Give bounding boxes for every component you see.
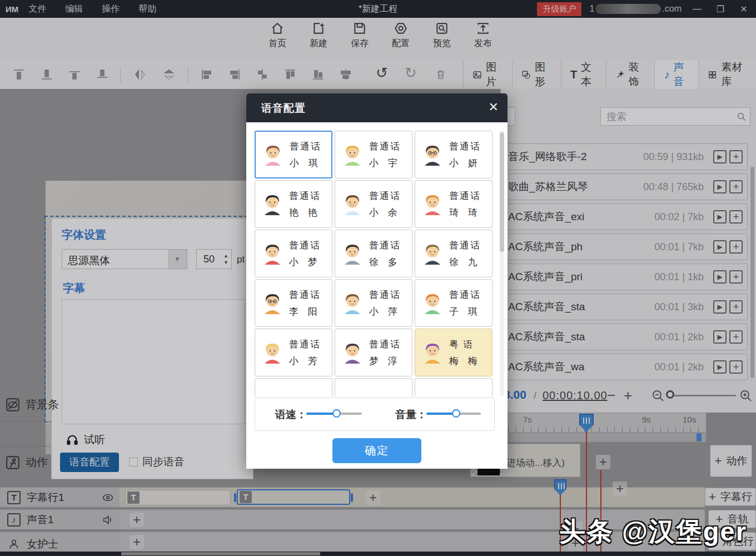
align-center-h-icon[interactable] <box>256 68 269 81</box>
chevron-down-icon[interactable]: ▼ <box>168 250 187 269</box>
maximize-button[interactable]: ❐ <box>713 4 728 14</box>
voice-card[interactable]: 普通话 小 萍 <box>335 279 412 327</box>
audio-list-item[interactable]: 歌曲_苏格兰风琴 00:48 | 765kb ▶ + <box>503 173 748 200</box>
tab-text[interactable]: T 文本 <box>561 60 606 89</box>
volume-slider[interactable] <box>426 413 481 415</box>
align-bottom-icon[interactable] <box>40 68 53 81</box>
voice-card[interactable]: 普通话 徐 九 <box>415 230 493 277</box>
total-time[interactable]: 00:00:10.00 <box>543 389 608 402</box>
listen-button[interactable]: 试听 <box>66 433 105 447</box>
background-bar-row[interactable]: 背景条 <box>6 397 59 412</box>
add-audio-button[interactable]: + <box>729 210 743 224</box>
voice-card[interactable]: 普通话 小 余 <box>335 180 412 228</box>
confirm-button[interactable]: 确定 <box>332 438 421 463</box>
sound-track-header[interactable]: ♪ 声音1 <box>0 509 120 529</box>
add-clip-button[interactable]: + <box>613 481 627 496</box>
tab-shape[interactable]: 图形 <box>512 60 561 89</box>
voice-scrollbar-thumb[interactable] <box>500 132 504 252</box>
align-top-icon[interactable] <box>12 68 26 81</box>
play-audio-button[interactable]: ▶ <box>713 150 727 163</box>
voice-card[interactable]: 普通话 小 宇 <box>335 131 412 178</box>
redo-button[interactable]: ↻ <box>405 64 417 82</box>
voice-card[interactable]: 普通话 小 芳 <box>255 329 332 376</box>
speed-slider-handle[interactable] <box>332 409 341 418</box>
save-button[interactable]: 保存 <box>339 21 380 49</box>
add-subtitle-track-button[interactable]: +字幕行 <box>705 488 756 506</box>
range-end-marker[interactable] <box>697 433 702 441</box>
voice-card[interactable]: 普通话 徐 多 <box>335 230 412 277</box>
distribute-bottom-icon[interactable] <box>311 68 325 81</box>
subtitle-track-header[interactable]: T 字幕行1 <box>0 487 120 507</box>
voice-card-partial[interactable] <box>415 378 493 396</box>
tab-image[interactable]: 图片 <box>463 60 512 89</box>
font-family-select[interactable]: 思源黑体 ▼ <box>62 249 187 269</box>
voice-card[interactable]: 普通话 小 琪 <box>255 131 332 178</box>
close-button[interactable]: ✕ <box>736 4 752 14</box>
voice-card[interactable]: 普通话 琦 琦 <box>415 180 493 228</box>
speaker-icon[interactable] <box>102 515 114 525</box>
audio-list-item[interactable]: AC系统声音_sta 00:01 | 2kb ▶ + <box>503 324 748 350</box>
menu-help[interactable]: 帮助 <box>138 3 156 15</box>
add-action-track-button[interactable]: +动作 <box>710 445 752 477</box>
audio-list-item[interactable]: AC系统声音_ph 00:01 | 7kb ▶ + <box>503 234 748 260</box>
subtitle-textarea[interactable] <box>62 299 245 424</box>
add-subtitle-clip-button[interactable]: + <box>366 490 380 505</box>
add-character-clip-button[interactable]: + <box>130 535 144 549</box>
home-button[interactable]: 首页 <box>257 21 298 49</box>
voice-card[interactable]: 普通话 李 阳 <box>255 279 332 327</box>
zoom-out-icon[interactable] <box>651 389 665 403</box>
audio-list-item[interactable]: AC系统声音_sta 00:01 | 3kb ▶ + <box>503 294 748 320</box>
distribute-top-icon[interactable] <box>284 68 297 81</box>
play-audio-button[interactable]: ▶ <box>713 180 727 193</box>
align-right-icon[interactable] <box>228 68 241 81</box>
add-sound-clip-button[interactable]: + <box>130 513 144 527</box>
subtitle-clip-selected[interactable]: T <box>237 489 350 505</box>
voice-card[interactable]: 普通话 梦 淳 <box>335 329 412 376</box>
zoom-in-icon[interactable] <box>739 389 753 403</box>
voice-card[interactable]: 粤 语 梅 梅 <box>415 329 493 376</box>
close-icon[interactable]: ✕ <box>489 100 499 115</box>
search-box[interactable] <box>600 107 750 126</box>
subtitle-clip[interactable]: T <box>125 490 231 505</box>
add-audio-button[interactable]: + <box>729 270 743 284</box>
timeline-zoom-slider[interactable] <box>670 395 736 396</box>
align-middle2-icon[interactable] <box>96 68 109 81</box>
align-middle-icon[interactable] <box>68 68 81 81</box>
undo-button[interactable]: ↺ <box>376 64 388 82</box>
flip-vertical-icon[interactable] <box>162 68 176 81</box>
menu-operate[interactable]: 操作 <box>102 3 120 15</box>
increase-duration-button[interactable]: + <box>624 387 632 404</box>
timeline-ruler[interactable]: 7s 9s 10s <box>500 413 706 433</box>
play-audio-button[interactable]: ▶ <box>713 360 727 374</box>
eye-icon[interactable] <box>102 493 114 503</box>
voice-card-partial[interactable] <box>255 378 332 396</box>
audio-list-item[interactable]: 音乐_网络歌手-2 00:59 | 931kb ▶ + <box>503 143 748 170</box>
search-input[interactable] <box>605 110 730 125</box>
action-row[interactable]: 动作 <box>6 455 48 470</box>
voice-card[interactable]: 普通话 艳 艳 <box>255 180 332 228</box>
voice-card-partial[interactable] <box>335 378 412 396</box>
delete-button[interactable] <box>435 68 448 81</box>
minimize-button[interactable]: — <box>689 4 705 14</box>
font-size-stepper[interactable]: 50 ▲ ▼ <box>196 249 232 269</box>
play-audio-button[interactable]: ▶ <box>713 330 727 344</box>
audio-list-item[interactable]: AC系统声音_wa 00:01 | 2kb ▶ + <box>503 354 748 380</box>
voice-card[interactable]: 普通话 小 妍 <box>415 131 493 178</box>
audio-scrollbar[interactable] <box>750 167 754 378</box>
spin-down-icon[interactable]: ▼ <box>223 260 228 265</box>
align-left-icon[interactable] <box>200 68 213 81</box>
play-audio-button[interactable]: ▶ <box>713 240 727 254</box>
play-audio-button[interactable]: ▶ <box>713 210 727 224</box>
ruler-range-bar[interactable] <box>500 433 706 442</box>
audio-list-item[interactable]: AC系统声音_pri 00:01 | 1kb ▶ + <box>503 264 748 290</box>
tab-library[interactable]: 素材库 <box>698 60 756 89</box>
decrease-duration-button[interactable]: − <box>607 387 615 404</box>
add-audio-button[interactable]: + <box>729 330 743 344</box>
voice-card[interactable]: 普通话 小 梦 <box>255 230 332 277</box>
dialog-header[interactable]: 语音配置 ✕ <box>246 93 508 122</box>
add-audio-button[interactable]: + <box>729 150 743 163</box>
spin-up-icon[interactable]: ▲ <box>223 254 228 259</box>
add-audio-button[interactable]: + <box>729 240 743 254</box>
sync-voice-checkbox[interactable] <box>129 458 138 466</box>
flip-horizontal-icon[interactable] <box>133 68 147 81</box>
